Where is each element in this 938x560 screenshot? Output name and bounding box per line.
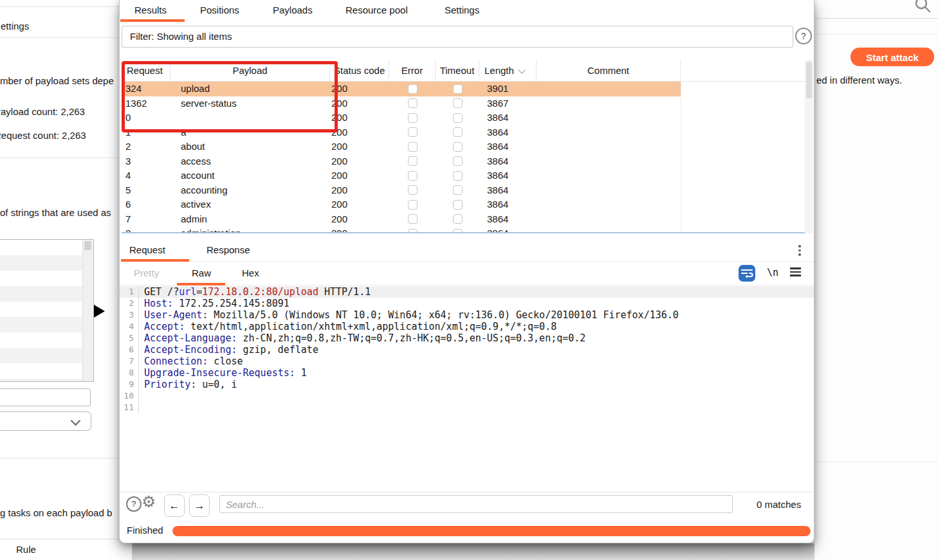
error-checkbox[interactable] <box>408 142 418 152</box>
tab-resource-pool[interactable]: Resource pool <box>345 5 408 15</box>
request-editor[interactable]: 1GET /?url=172.18.0.2:80/upload HTTP/1.1… <box>120 286 814 491</box>
table-row[interactable]: 1a2003864 <box>122 125 681 140</box>
editor-line: 2Host: 172.25.254.145:8091 <box>120 298 814 309</box>
cell-payload: about <box>170 140 330 154</box>
results-scrollbar[interactable] <box>805 60 813 233</box>
tab-positions[interactable]: Positions <box>200 5 239 15</box>
error-checkbox[interactable] <box>408 113 418 123</box>
payload-dropdown[interactable] <box>0 411 91 431</box>
view-tab-raw[interactable]: Raw <box>192 267 211 278</box>
table-row[interactable]: 02003864 <box>122 111 681 125</box>
error-checkbox[interactable] <box>408 171 418 181</box>
list-item[interactable] <box>0 363 93 379</box>
table-row[interactable]: 7admin2003864 <box>122 212 681 227</box>
tab-payloads[interactable]: Payloads <box>273 5 313 15</box>
timeout-checkbox[interactable] <box>453 171 463 181</box>
list-item[interactable] <box>0 255 93 271</box>
list-item[interactable] <box>0 240 93 255</box>
help-icon[interactable]: ? <box>795 28 812 44</box>
hamburger-menu-icon[interactable] <box>790 267 801 278</box>
table-row[interactable]: 8administration2003864 <box>122 226 681 233</box>
column-header-request[interactable]: Request <box>122 60 170 81</box>
list-item[interactable] <box>0 302 93 317</box>
error-checkbox[interactable] <box>408 185 418 195</box>
tab-request[interactable]: Request <box>129 244 165 255</box>
view-tab-pretty: Pretty <box>134 267 159 278</box>
timeout-checkbox[interactable] <box>453 214 463 224</box>
list-item[interactable] <box>0 317 93 332</box>
timeout-checkbox[interactable] <box>453 84 463 94</box>
kebab-menu-icon[interactable] <box>798 245 801 258</box>
timeout-checkbox[interactable] <box>453 98 463 108</box>
next-match-button[interactable]: → <box>189 494 210 517</box>
view-tab-hex[interactable]: Hex <box>242 267 259 278</box>
list-item[interactable] <box>0 286 93 302</box>
timeout-checkbox[interactable] <box>453 229 463 233</box>
gear-icon[interactable]: ⚙ <box>142 492 156 511</box>
column-header-error[interactable]: Error <box>389 60 436 81</box>
cell-status-code: 200 <box>330 168 389 183</box>
error-checkbox[interactable] <box>408 229 418 233</box>
column-header-payload[interactable]: Payload <box>170 60 330 81</box>
results-scrollbar-thumb[interactable] <box>806 62 812 98</box>
timeout-checkbox[interactable] <box>453 113 463 123</box>
cell-error <box>389 111 436 125</box>
error-checkbox[interactable] <box>408 98 418 108</box>
filter-bar[interactable]: Filter: Showing all items <box>122 26 793 48</box>
column-header-length[interactable]: Length <box>479 60 537 81</box>
timeout-checkbox[interactable] <box>453 185 463 195</box>
error-checkbox[interactable] <box>408 200 418 210</box>
list-item[interactable] <box>0 332 93 348</box>
newline-toggle-icon[interactable]: \n <box>767 267 778 278</box>
previous-match-button[interactable]: ← <box>164 494 185 517</box>
column-header-status-code[interactable]: Status code <box>330 60 389 81</box>
column-header-timeout[interactable]: Timeout <box>436 60 479 81</box>
list-item[interactable] <box>0 348 93 363</box>
word-wrap-icon[interactable] <box>739 265 755 282</box>
help-icon[interactable]: ? <box>126 496 142 512</box>
table-row[interactable]: 3access2003864 <box>122 154 681 169</box>
payload-listbox[interactable] <box>0 239 94 382</box>
cell-length: 3864 <box>479 140 537 154</box>
divider <box>0 37 120 38</box>
error-checkbox[interactable] <box>408 84 418 94</box>
cell-request: 4 <box>122 168 170 183</box>
tab-settings[interactable]: Settings <box>445 5 479 15</box>
search-icon[interactable] <box>913 0 932 15</box>
payload-text-field[interactable] <box>0 388 91 406</box>
error-checkbox[interactable] <box>408 127 418 137</box>
table-row[interactable]: 6activex2003864 <box>122 197 681 212</box>
timeout-checkbox[interactable] <box>453 127 463 137</box>
cell-comment <box>537 125 681 140</box>
timeout-checkbox[interactable] <box>453 200 463 210</box>
intruder-attack-window: Results Positions Payloads Resource pool… <box>119 0 814 543</box>
timeout-checkbox[interactable] <box>453 156 463 166</box>
listbox-scrollbar-thumb[interactable] <box>84 241 91 250</box>
timeout-checkbox[interactable] <box>453 142 463 152</box>
table-row[interactable]: 2about2003864 <box>122 140 681 154</box>
cell-request: 324 <box>122 82 170 96</box>
cell-length: 3864 <box>479 226 537 233</box>
table-row[interactable]: 324upload2003901 <box>122 82 681 96</box>
search-input[interactable] <box>219 495 733 513</box>
cell-length: 3867 <box>479 96 537 111</box>
table-row[interactable]: 5accounting2003864 <box>122 183 681 198</box>
table-row[interactable]: 1362server-status2003867 <box>122 96 681 111</box>
table-row[interactable]: 4account2003864 <box>122 168 681 183</box>
cell-request: 2 <box>122 140 170 154</box>
strings-text-fragment: of strings that are used as <box>0 207 111 218</box>
list-item[interactable] <box>0 379 93 382</box>
column-header-comment[interactable]: Comment <box>537 60 681 81</box>
cell-payload: account <box>170 168 330 183</box>
cell-length: 3901 <box>479 82 537 96</box>
list-item[interactable] <box>0 271 93 286</box>
tab-results[interactable]: Results <box>134 5 167 15</box>
cell-payload: accounting <box>170 183 330 198</box>
start-attack-button[interactable]: Start attack <box>851 48 934 66</box>
cell-payload: upload <box>170 82 330 96</box>
cell-length: 3864 <box>479 212 537 227</box>
listbox-scrollbar[interactable] <box>82 240 93 381</box>
error-checkbox[interactable] <box>408 214 418 224</box>
tab-response[interactable]: Response <box>207 244 250 255</box>
error-checkbox[interactable] <box>408 156 418 166</box>
